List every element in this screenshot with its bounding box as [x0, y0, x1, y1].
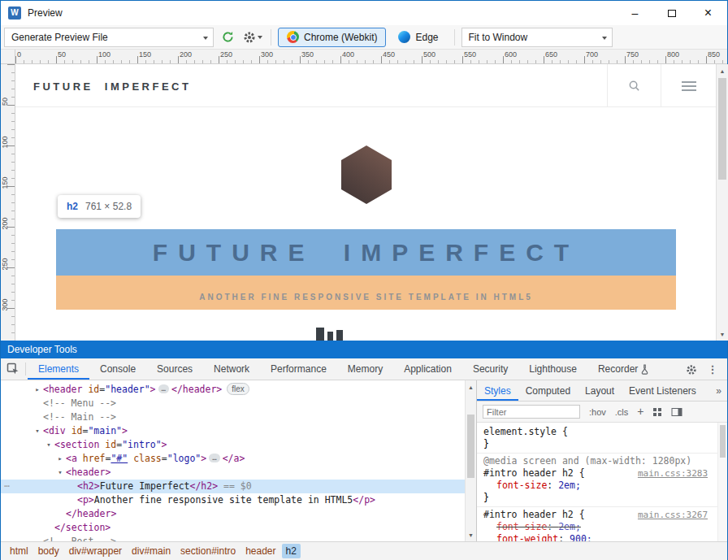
browser-button-label: Edge [415, 32, 438, 43]
stylesheet-link[interactable]: main.css:3283 [638, 467, 708, 480]
elements-tree-scrollbar[interactable]: ▲ ▼ [465, 380, 476, 541]
preview-file-combo[interactable]: Generate Preview File [4, 28, 214, 47]
devtools-tab-performance[interactable]: Performance [260, 358, 337, 380]
css-property-value: 2em; [558, 480, 581, 491]
breadcrumb-divwrapper[interactable]: div#wrapper [65, 544, 126, 558]
devtools-tab-recorder[interactable]: Recorder [587, 358, 660, 380]
element-classes-button[interactable]: .cls [615, 407, 629, 417]
styles-scrollbar[interactable] [717, 423, 727, 541]
close-icon: × [704, 6, 712, 20]
scroll-up-icon[interactable]: ▲ [466, 381, 476, 393]
preview-scrollbar[interactable]: ▲ ▼ [716, 64, 728, 341]
css-declaration: font-size: 2em; [482, 521, 713, 533]
preview-file-combo-value: Generate Preview File [11, 32, 108, 43]
site-hexagon-logo[interactable] [341, 145, 392, 204]
inline-expand-icon[interactable]: … [209, 454, 219, 462]
minimize-button[interactable]: – [617, 2, 653, 24]
zoom-combo[interactable]: Fit to Window [462, 28, 613, 47]
expand-open-icon[interactable]: ▾ [56, 466, 64, 480]
new-style-rule-button[interactable]: + [637, 405, 644, 418]
scroll-down-icon[interactable]: ▼ [466, 529, 476, 540]
devtools-tab-application[interactable]: Application [393, 358, 462, 380]
devtools-tab-network[interactable]: Network [203, 358, 260, 380]
hamburger-icon [682, 81, 696, 91]
horizontal-ruler: 0501001502002503003504004505005506006507… [15, 50, 727, 64]
breadcrumb-divmain[interactable]: div#main [128, 544, 175, 558]
elements-tree-row[interactable]: ⋯<h2>Future Imperfect</h2> == $0 [1, 480, 465, 493]
code-token: <h2> [77, 480, 100, 492]
scroll-up-icon[interactable]: ▲ [717, 65, 728, 76]
css-selector: #intro header h2 { [483, 509, 585, 520]
sidebar-tab-styles[interactable]: Styles [477, 380, 518, 401]
elements-tree-row[interactable]: ▾<header> [1, 466, 465, 480]
devtools-tab-elements[interactable]: Elements [28, 358, 89, 380]
rule-selector-line: element.style { [482, 426, 713, 438]
toolbar-separator [454, 29, 455, 46]
row-actions-icon[interactable]: ⋯ [4, 480, 11, 493]
elements-tree-row[interactable]: ▸<header id="header">…</header>flex [1, 383, 465, 397]
expand-closed-icon[interactable]: ▸ [33, 383, 41, 397]
devtools-tab-sources[interactable]: Sources [146, 358, 203, 380]
elements-tree-row[interactable]: <p>Another fine responsive site template… [1, 493, 465, 507]
expand-open-icon[interactable]: ▾ [33, 424, 41, 438]
browser-button-edge[interactable]: Edge [389, 28, 447, 47]
scroll-down-icon[interactable]: ▼ [717, 328, 728, 340]
inspect-element-button[interactable] [1, 358, 25, 380]
site-search-button[interactable] [607, 64, 661, 107]
element-states-grid-icon[interactable] [652, 407, 662, 417]
code-token: <!-- Menu --> [43, 397, 116, 409]
breadcrumb-header[interactable]: header [241, 544, 280, 558]
site-logo-link[interactable]: FUTURE IMPERFECT [33, 80, 191, 93]
devtools-tab-memory[interactable]: Memory [337, 358, 393, 380]
elements-tree-row[interactable]: ▸<a href="#" class="logo">…</a> [1, 452, 465, 466]
elements-tree-row[interactable]: </section> [1, 521, 465, 535]
tab-separator [25, 362, 26, 376]
inspect-tooltip: h2 761 × 52.8 [58, 195, 141, 218]
breadcrumb-html[interactable]: html [6, 544, 32, 558]
main-toolbar: Generate Preview File Chrome (Webkit) Ed… [1, 25, 727, 50]
dock-sidebar-icon[interactable] [671, 407, 682, 417]
elements-tree-row[interactable]: <!-- Main --> [1, 410, 465, 424]
scrollbar-thumb[interactable] [467, 415, 474, 478]
sidebar-tab-computed[interactable]: Computed [518, 380, 578, 401]
stylesheet-link[interactable]: main.css:3267 [638, 509, 708, 521]
scrollbar-thumb[interactable] [720, 425, 726, 458]
browser-button-chrome[interactable]: Chrome (Webkit) [278, 28, 386, 47]
styles-filter-input[interactable] [483, 405, 580, 419]
devtools-tab-security[interactable]: Security [462, 358, 518, 380]
inline-expand-icon[interactable]: … [158, 384, 169, 393]
code-token: </section> [54, 522, 110, 533]
code-token [77, 453, 83, 464]
toggle-pseudo-state-button[interactable]: :hov [589, 407, 606, 417]
ruler-label: 100 [1, 135, 9, 150]
elements-tree-row[interactable]: <!-- Post --> [1, 535, 465, 541]
code-token: "#" [110, 453, 128, 464]
close-button[interactable]: × [690, 2, 726, 24]
elements-tree-row[interactable]: </header> [1, 507, 465, 521]
scrollbar-thumb[interactable] [718, 78, 726, 180]
site-menu-button[interactable] [661, 64, 716, 107]
sidebar-tab-layout[interactable]: Layout [578, 380, 622, 401]
window-title: Preview [28, 7, 63, 19]
devtools-menu-button[interactable]: ⋮ [703, 358, 722, 380]
breadcrumb-sectionintro[interactable]: section#intro [176, 544, 240, 558]
refresh-button[interactable] [217, 28, 238, 47]
expand-closed-icon[interactable]: ▸ [56, 452, 64, 466]
ruler-label: 550 [464, 50, 476, 59]
sidebar-tab-event-listeners[interactable]: Event Listeners [622, 380, 704, 401]
devtools-settings-button[interactable] [682, 358, 701, 380]
breadcrumb-body[interactable]: body [34, 544, 63, 558]
devtools-tab-lighthouse[interactable]: Lighthouse [518, 358, 587, 380]
flex-badge[interactable]: flex [227, 383, 249, 395]
elements-tree-row[interactable]: <!-- Menu --> [1, 397, 465, 410]
code-token: <a [66, 453, 77, 464]
code-token: > [150, 384, 156, 395]
preview-settings-button[interactable] [241, 31, 264, 44]
elements-tree-row[interactable]: ▾<div id="main"> [1, 424, 465, 438]
maximize-button[interactable] [653, 2, 690, 24]
devtools-tab-console[interactable]: Console [89, 358, 146, 380]
elements-tree-row[interactable]: ▾<section id="intro"> [1, 438, 465, 452]
expand-open-icon[interactable]: ▾ [45, 438, 53, 452]
breadcrumb-h2[interactable]: h2 [282, 544, 301, 558]
overflow-tabs-icon[interactable]: » [716, 385, 722, 397]
